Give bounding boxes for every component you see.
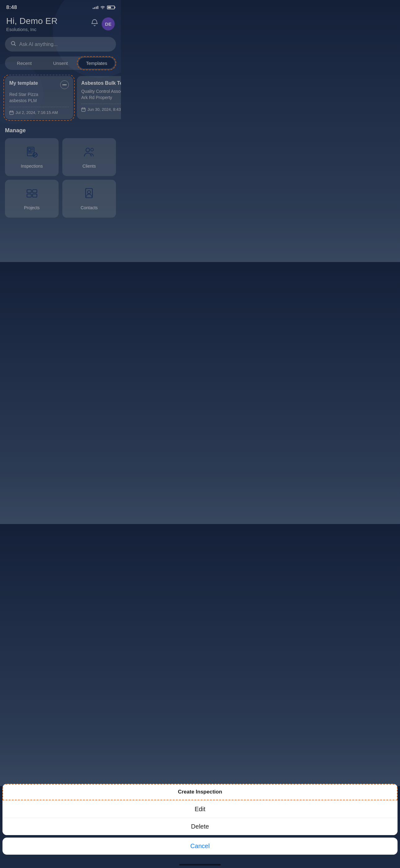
bottom-sheet-overlay[interactable] — [0, 0, 121, 262]
